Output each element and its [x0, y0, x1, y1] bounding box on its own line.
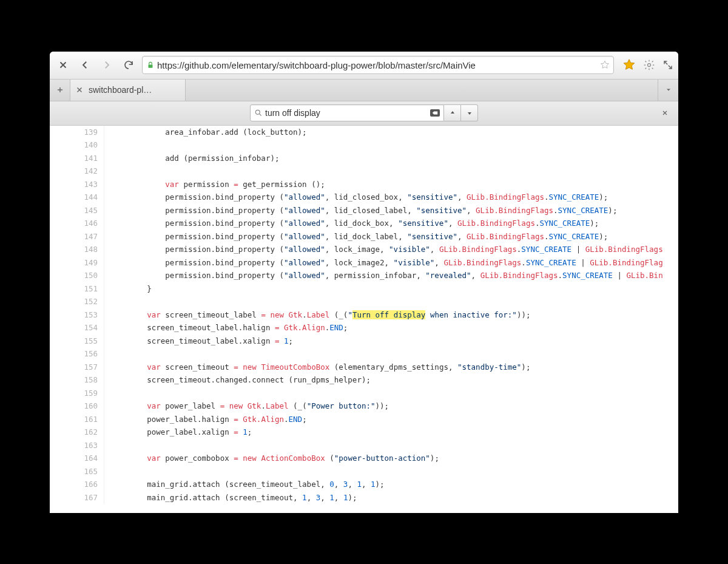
- line-number: 156: [74, 347, 98, 361]
- find-close-button[interactable]: [659, 107, 671, 119]
- line-number: 162: [74, 426, 98, 439]
- line-number: 165: [74, 465, 98, 478]
- line-number: 163: [74, 439, 98, 452]
- code-line: screen_timeout_label.halign = Gtk.Align.…: [110, 321, 678, 335]
- line-number: 167: [74, 491, 98, 505]
- code-lines: area_infobar.add (lock_button); add (per…: [104, 126, 678, 505]
- code-line: [110, 465, 678, 478]
- line-number: 160: [74, 399, 98, 413]
- line-number: 141: [74, 152, 98, 165]
- bookmark-outline-icon[interactable]: [600, 60, 610, 70]
- code-line: main_grid.attach (screen_timeout_label, …: [110, 478, 678, 491]
- find-input-wrap[interactable]: [250, 104, 444, 121]
- line-number: 166: [74, 478, 98, 491]
- code-line: [110, 165, 678, 178]
- maximize-icon[interactable]: [662, 59, 673, 70]
- line-number: 144: [74, 191, 98, 204]
- code-line: add (permission_infobar);: [110, 152, 678, 165]
- find-next-button[interactable]: [461, 104, 478, 121]
- code-line: var screen_timeout_label = new Gtk.Label…: [110, 308, 678, 322]
- code-line: [110, 439, 678, 452]
- code-line: var power_combobox = new ActionComboBox …: [110, 452, 678, 465]
- code-line: area_infobar.add (lock_button);: [110, 126, 678, 139]
- find-prev-button[interactable]: [444, 104, 461, 121]
- find-bar: [50, 101, 678, 126]
- line-number: 142: [74, 165, 98, 178]
- line-number-gutter: 1391401411421431441451461471481491501511…: [74, 126, 104, 505]
- tab-title: switchboard-pl…: [89, 85, 152, 95]
- line-number: 154: [74, 321, 98, 335]
- line-number: 164: [74, 452, 98, 465]
- line-number: 140: [74, 138, 98, 152]
- code-line: var screen_timeout = new TimeoutComboBox…: [110, 361, 678, 374]
- line-number: 161: [74, 413, 98, 426]
- nav-back-button[interactable]: [76, 56, 93, 73]
- code-line: }: [110, 282, 678, 296]
- new-tab-button[interactable]: [50, 80, 70, 101]
- code-line: permission.bind_property ("allowed", loc…: [110, 256, 678, 270]
- line-number: 150: [74, 269, 98, 282]
- line-number: 143: [74, 178, 98, 191]
- line-number: 152: [74, 295, 98, 308]
- code-line: var power_label = new Gtk.Label (_("Powe…: [110, 399, 678, 413]
- code-line: main_grid.attach (screen_timeout, 1, 3, …: [110, 491, 678, 505]
- code-line: permission.bind_property ("allowed", per…: [110, 269, 678, 282]
- line-number: 145: [74, 204, 98, 217]
- code-line: permission.bind_property ("allowed", lid…: [110, 204, 678, 217]
- line-number: 139: [74, 126, 98, 139]
- browser-window: https://github.com/elementary/switchboar…: [50, 52, 678, 513]
- line-number: 155: [74, 335, 98, 348]
- lock-icon: [146, 61, 155, 69]
- tab-bar: switchboard-pl…: [50, 80, 678, 101]
- code-line: permission.bind_property ("allowed", lid…: [110, 191, 678, 204]
- bookmark-star-icon[interactable]: [622, 58, 636, 72]
- toolbar: https://github.com/elementary/switchboar…: [50, 52, 678, 80]
- code-line: [110, 347, 678, 361]
- svg-rect-0: [149, 64, 153, 67]
- code-line: power_label.halign = Gtk.Align.END;: [110, 413, 678, 426]
- url-text: https://github.com/elementary/switchboar…: [157, 60, 600, 70]
- find-controls: [250, 104, 478, 121]
- line-number: 151: [74, 282, 98, 296]
- line-number: 149: [74, 256, 98, 270]
- line-number: 146: [74, 217, 98, 230]
- code-line: permission.bind_property ("allowed", loc…: [110, 243, 678, 256]
- tab-active[interactable]: switchboard-pl…: [70, 80, 186, 101]
- svg-point-2: [255, 110, 260, 114]
- gear-icon[interactable]: [643, 59, 655, 71]
- code-line: power_label.xalign = 1;: [110, 426, 678, 439]
- line-number: 158: [74, 373, 98, 387]
- code-line: [110, 387, 678, 400]
- svg-point-1: [648, 64, 651, 67]
- clear-search-icon[interactable]: [430, 109, 440, 117]
- nav-forward-button[interactable]: [98, 56, 115, 73]
- code-line: [110, 295, 678, 308]
- line-number: 147: [74, 230, 98, 243]
- tabbar-spacer: [186, 80, 658, 101]
- code-line: permission.bind_property ("allowed", lid…: [110, 230, 678, 243]
- line-number: 148: [74, 243, 98, 256]
- find-input[interactable]: [265, 108, 430, 118]
- code-line: permission.bind_property ("allowed", lid…: [110, 217, 678, 230]
- line-number: 157: [74, 361, 98, 374]
- search-icon: [254, 109, 263, 117]
- code-line: var permission = get_permission ();: [110, 178, 678, 191]
- url-bar[interactable]: https://github.com/elementary/switchboar…: [142, 56, 614, 74]
- code-line: [110, 138, 678, 152]
- code-view[interactable]: 1391401411421431441451461471481491501511…: [50, 126, 678, 513]
- tab-close-icon[interactable]: [75, 86, 84, 94]
- tab-menu-button[interactable]: [658, 80, 678, 101]
- line-number: 153: [74, 308, 98, 322]
- line-number: 159: [74, 387, 98, 400]
- window-close-button[interactable]: [55, 56, 72, 73]
- reload-button[interactable]: [120, 56, 137, 73]
- code-line: screen_timeout.changed.connect (run_dpms…: [110, 373, 678, 387]
- code-line: screen_timeout_label.xalign = 1;: [110, 335, 678, 348]
